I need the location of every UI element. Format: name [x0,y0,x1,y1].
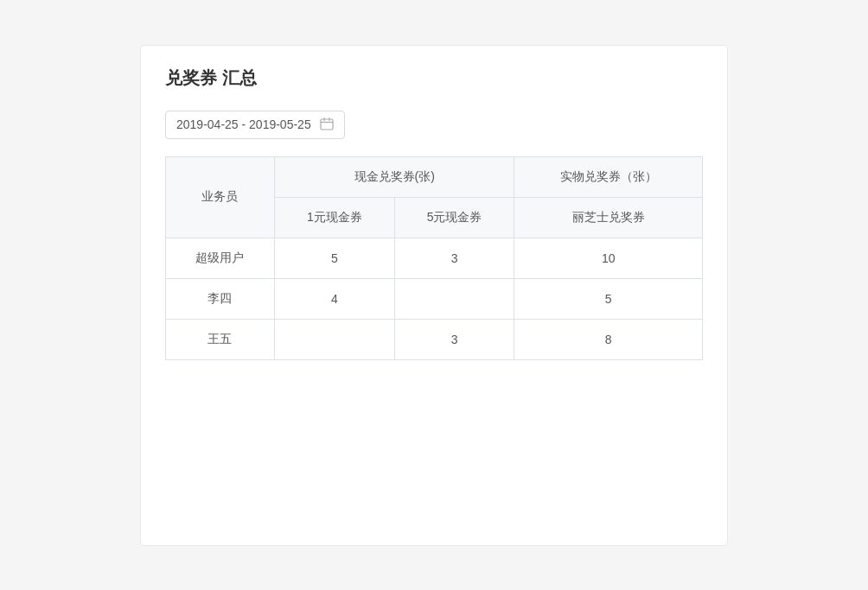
cell-cash-5 [394,278,514,319]
cell-cash-1: 5 [274,238,394,278]
svg-rect-0 [321,119,333,130]
col-physical-group: 实物兑奖券（张） [514,156,703,197]
col-cash-group: 现金兑奖券(张) [274,156,514,197]
summary-table: 业务员 现金兑奖券(张) 实物兑奖券（张） 1元现金券 5元现金券 丽芝士兑奖券… [165,156,703,360]
date-picker[interactable]: 2019-04-25 - 2019-05-25 [165,111,345,139]
col-cash-1: 1元现金券 [274,197,394,238]
date-picker-wrapper: 2019-04-25 - 2019-05-25 [165,111,703,139]
col-agent: 业务员 [166,156,275,238]
table-header-row: 业务员 现金兑奖券(张) 实物兑奖券（张） [166,156,703,197]
cell-cash-1: 4 [274,278,394,319]
date-picker-value: 2019-04-25 - 2019-05-25 [176,117,311,131]
cell-cash-5: 3 [394,238,514,278]
cell-physical-1: 5 [514,278,703,319]
table-row: 李四45 [166,278,703,319]
calendar-icon [320,117,334,133]
col-cash-5: 5元现金券 [394,197,514,238]
cell-physical-1: 10 [514,238,703,278]
cell-cash-1 [274,319,394,359]
col-physical-1: 丽芝士兑奖券 [514,197,703,238]
cell-cash-5: 3 [394,319,514,359]
page-title: 兑奖券 汇总 [165,67,703,90]
cell-agent: 王五 [166,319,275,359]
cell-agent: 超级用户 [166,238,275,278]
table-row: 王五38 [166,319,703,359]
table-row: 超级用户5310 [166,238,703,278]
cell-physical-1: 8 [514,319,703,359]
main-card: 兑奖券 汇总 2019-04-25 - 2019-05-25 业务员 现金兑奖券… [140,45,728,546]
cell-agent: 李四 [166,278,275,319]
